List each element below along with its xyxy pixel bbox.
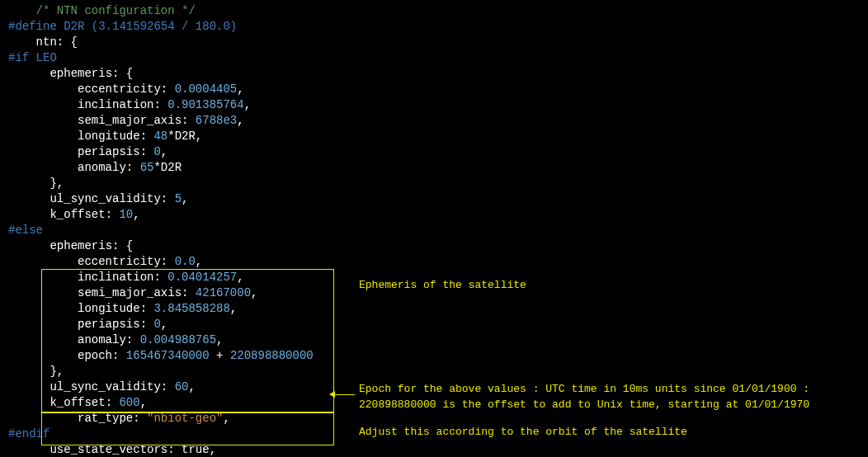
punct: , [196, 255, 202, 268]
code-line: #if LEO [0, 50, 868, 66]
punct: , [140, 396, 147, 409]
code-line: periapsis: 0, [0, 317, 868, 332]
value: 48 [153, 130, 167, 143]
key-ntn: ntn: { [36, 35, 78, 49]
code-line: anomaly: 65*D2R [0, 160, 868, 176]
code-line: }, [0, 176, 868, 191]
punct: , [182, 192, 188, 205]
code-line: anomaly: 0.004988765, [0, 332, 868, 348]
punct: , [188, 380, 195, 393]
code-line: longitude: 3.845858288, [0, 301, 868, 317]
punct: , [161, 145, 167, 158]
punct: , [133, 208, 139, 221]
key: epoch: [78, 349, 119, 362]
value: 3.845858288 [153, 302, 229, 315]
code-line: epoch: 165467340000 + 220898880000 [0, 348, 868, 364]
op: + [210, 349, 230, 362]
preproc-define: #define D2R (3.141592654 / 180.0) [8, 20, 237, 33]
code-line: semi_major_axis: 6788e3, [0, 113, 868, 129]
key: rat_type: [78, 412, 140, 425]
key: longitude: [78, 302, 147, 315]
value: 0.004988765 [140, 333, 216, 346]
punct: , [244, 98, 251, 111]
value: 65 [140, 161, 154, 174]
bool-value: true [182, 443, 210, 456]
key: k_offset: [50, 208, 112, 221]
value: 0.04014257 [167, 271, 237, 284]
key-ephemeris: ephemeris: { [50, 67, 133, 80]
value: 0.0 [175, 255, 196, 268]
punct: , [237, 82, 243, 96]
op: *D2R [153, 161, 182, 174]
value: 6788e3 [196, 114, 237, 127]
brace: }, [50, 365, 64, 378]
code-line: /* NTN configuration */ [0, 3, 868, 19]
code-line: eccentricity: 0.0004405, [0, 82, 868, 97]
code-line: longitude: 48*D2R, [0, 129, 868, 144]
value: 0 [153, 145, 160, 158]
punct: , [161, 318, 167, 331]
value: 600 [119, 396, 139, 409]
key: semi_major_axis: [78, 286, 188, 299]
arrow-line-icon [335, 394, 355, 395]
value: 0.901385764 [167, 98, 243, 111]
key-ephemeris: ephemeris: { [50, 239, 133, 252]
code-line: use_state_vectors: true, [0, 442, 868, 457]
key: periapsis: [78, 318, 147, 331]
value: 220898880000 [230, 349, 314, 362]
punct: , [230, 302, 237, 315]
key: longitude: [78, 130, 147, 143]
code-line: k_offset: 10, [0, 207, 868, 223]
key: anomaly: [78, 333, 133, 346]
string-value: "nbiot-geo" [147, 412, 223, 425]
code-line: periapsis: 0, [0, 144, 868, 160]
value: 0 [153, 318, 160, 331]
key: k_offset: [50, 396, 112, 409]
code-line: ephemeris: { [0, 66, 868, 82]
preproc-if: #if LEO [8, 51, 57, 64]
key: inclination: [78, 98, 161, 111]
annotation-adjust: Adjust this according to the orbit of th… [359, 424, 687, 440]
punct: , [216, 333, 223, 346]
annotation-epoch-line1: Epoch for the above values : UTC time in… [359, 381, 809, 397]
code-line: #else [0, 223, 868, 238]
punct: , [237, 271, 243, 284]
key: eccentricity: [78, 82, 167, 96]
punct: , [210, 443, 216, 456]
code-line: #define D2R (3.141592654 / 180.0) [0, 19, 868, 35]
value: 42167000 [196, 286, 251, 299]
code-line: inclination: 0.901385764, [0, 97, 868, 113]
brace: }, [50, 177, 64, 190]
key: anomaly: [78, 161, 133, 174]
annotation-epoch-line2: 220898880000 is the offset to add to Uni… [359, 397, 809, 412]
key: periapsis: [78, 145, 147, 158]
code-line: ephemeris: { [0, 238, 868, 254]
code-line: ntn: { [0, 35, 868, 50]
key: eccentricity: [78, 255, 167, 268]
comment: /* NTN configuration */ [36, 4, 196, 17]
key: inclination: [78, 271, 161, 284]
punct: , [196, 130, 202, 143]
value: 60 [175, 380, 189, 393]
punct: , [223, 412, 229, 425]
value: 165467340000 [126, 349, 210, 362]
code-line: eccentricity: 0.0, [0, 254, 868, 270]
arrow-head-icon [329, 391, 335, 398]
code-line: ul_sync_validity: 5, [0, 191, 868, 207]
punct: , [251, 286, 257, 299]
key: semi_major_axis: [78, 114, 188, 127]
code-line: }, [0, 364, 868, 379]
key: ul_sync_validity: [50, 192, 167, 205]
preproc-endif: #endif [8, 427, 50, 441]
key: use_state_vectors: [50, 443, 174, 456]
value: 0.0004405 [175, 82, 238, 96]
key: ul_sync_validity: [50, 380, 167, 393]
value: 5 [175, 192, 182, 205]
annotation-ephemeris: Ephemeris of the satellite [359, 277, 526, 293]
preproc-else: #else [8, 224, 43, 237]
punct: , [237, 114, 243, 127]
value: 10 [119, 208, 133, 221]
op: *D2R [167, 130, 196, 143]
